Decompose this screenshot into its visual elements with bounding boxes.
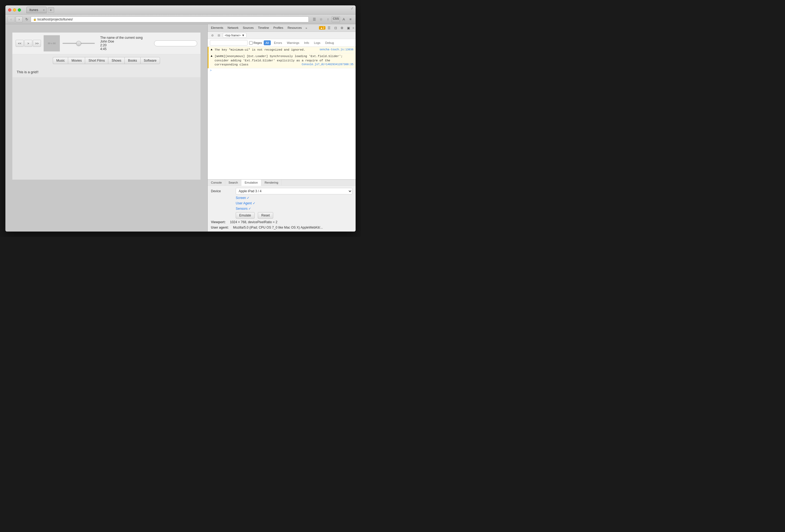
filter-logs[interactable]: Logs: [312, 41, 322, 45]
buttons-row: Emulate Reset: [211, 212, 352, 219]
tab-short-films[interactable]: Short Films: [85, 57, 108, 64]
dt-filter-icon[interactable]: ⊟: [216, 33, 221, 38]
tab-movies[interactable]: Movies: [68, 57, 85, 64]
device-row: Device Apple iPad 3 / 4: [211, 188, 352, 194]
bookmarks-icon[interactable]: ☰: [311, 17, 317, 22]
filter-warnings[interactable]: Warnings: [285, 41, 301, 45]
regex-text: Regex: [253, 41, 262, 45]
frame-dropdown-icon: ▼: [242, 34, 245, 37]
refresh-button[interactable]: ↻: [24, 17, 30, 22]
dt-tab-resources[interactable]: Resources: [285, 25, 304, 31]
slider-track: [62, 43, 95, 44]
tab-bar: Itunes × +: [26, 7, 54, 13]
extensions-icon[interactable]: A: [341, 17, 347, 22]
dt-clear-icon[interactable]: ⊘: [210, 33, 215, 38]
maximize-button[interactable]: [18, 8, 21, 11]
console-filter-bar: Regex All Errors Warnings Info Logs Debu…: [208, 39, 356, 47]
filter-debug[interactable]: Debug: [324, 41, 335, 45]
console-filter-input[interactable]: [210, 40, 248, 46]
dt-tabs-more[interactable]: »: [304, 25, 309, 31]
tab-software[interactable]: Software: [141, 57, 160, 64]
console-link-2[interactable]: Console.js?_dc=14029341267300:35: [302, 63, 353, 66]
player-bar: << > >> 99 x 80: [12, 33, 200, 54]
dt-actions: ▲2 ☰ ⊡ ⚙ ▣ ×: [319, 25, 355, 31]
device-label: Device: [211, 189, 232, 193]
dt-tab-profiles[interactable]: Profiles: [271, 25, 285, 31]
filter-all[interactable]: All: [264, 41, 271, 45]
viewport-value: 1024 × 768, devicePixelRatio = 2: [230, 220, 277, 224]
bottom-tab-rendering[interactable]: Rendering: [261, 180, 282, 186]
song-info: The name of the current song John Doe 2:…: [100, 36, 151, 51]
dt-screen-icon[interactable]: ⊡: [333, 25, 338, 31]
url-bar[interactable]: 🔒 localhost/projects/itunes/: [31, 17, 309, 22]
viewport-row: Viewport: 1024 × 768, devicePixelRatio =…: [211, 220, 352, 224]
star-icon[interactable]: ☆: [318, 17, 324, 22]
share-icon[interactable]: ↑: [325, 17, 331, 22]
nav-tabs: Music Movies Short Films Shows Books Sof…: [12, 54, 200, 67]
new-tab-button[interactable]: +: [48, 7, 54, 12]
song-time: 2:20 4:45: [100, 43, 151, 51]
reset-button[interactable]: Reset: [258, 212, 273, 219]
sensors-row: Sensors: [211, 207, 352, 211]
close-button[interactable]: [8, 8, 11, 11]
album-art: 99 x 80: [44, 35, 60, 51]
browser-tab[interactable]: Itunes ×: [26, 7, 47, 13]
song-artist: John Doe: [100, 39, 151, 43]
bottom-tab-emulation[interactable]: Emulation: [242, 180, 261, 186]
dt-list-icon[interactable]: ☰: [327, 25, 332, 31]
dt-tab-timeline[interactable]: Timeline: [256, 25, 271, 31]
warning-badge: ▲2: [319, 26, 325, 30]
tab-shows[interactable]: Shows: [108, 57, 124, 64]
minimize-button[interactable]: [13, 8, 16, 11]
prev-button[interactable]: <<: [16, 40, 24, 47]
filter-info[interactable]: Info: [303, 41, 311, 45]
dt-tab-sources[interactable]: Sources: [240, 25, 256, 31]
emulate-button[interactable]: Emulate: [236, 212, 255, 219]
bottom-tab-search[interactable]: Search: [225, 180, 242, 186]
title-bar: Itunes × + ⤢: [5, 5, 356, 15]
time-total: 4:45: [100, 47, 106, 51]
toolbar-actions: ☰ ☆ ↑ CSS A ≡: [311, 17, 353, 22]
forward-button[interactable]: ›: [16, 17, 23, 22]
song-title: The name of the current song: [100, 36, 151, 39]
devtools-tabs: Elements Network Sources Timeline Profil…: [208, 24, 356, 32]
ua-row: User agent: Mozilla/5.0 (iPad; CPU OS 7_…: [211, 225, 352, 230]
tab-music[interactable]: Music: [53, 57, 68, 64]
user-agent-link[interactable]: User Agent: [236, 202, 255, 205]
frame-selector[interactable]: <top frame> ▼: [223, 33, 247, 38]
useragent-row: User Agent: [211, 202, 352, 205]
regex-checkbox[interactable]: [249, 41, 253, 45]
back-button[interactable]: ‹: [7, 17, 15, 22]
css-badge[interactable]: CSS: [332, 17, 340, 22]
dt-toolbar: ⊘ ⊟ <top frame> ▼: [208, 32, 356, 39]
console-link-1[interactable]: sencha-touch.js:13036: [320, 48, 353, 52]
search-input[interactable]: [154, 41, 197, 46]
tab-close-icon[interactable]: ×: [43, 8, 45, 11]
console-text-1: The key "minimum-ui" is not recognized a…: [215, 48, 353, 52]
browser-window: Itunes × + ⤢ ‹ › ↻ 🔒 localhost/projects/…: [5, 5, 356, 232]
tab-books[interactable]: Books: [124, 57, 140, 64]
dt-dock-icon[interactable]: ▣: [346, 25, 351, 31]
slider-thumb[interactable]: [76, 41, 81, 46]
url-favicon: 🔒: [33, 18, 36, 21]
next-button[interactable]: >>: [33, 40, 41, 47]
volume-slider[interactable]: [62, 41, 95, 46]
play-button[interactable]: >: [24, 40, 32, 47]
regex-label[interactable]: Regex: [249, 41, 262, 45]
album-art-label: 99 x 80: [48, 42, 56, 45]
bottom-tab-console[interactable]: Console: [208, 180, 225, 186]
dt-settings-icon[interactable]: ⚙: [339, 25, 345, 31]
console-entry-1: ▲ The key "minimum-ui" is not recognized…: [208, 47, 356, 53]
dt-close-button[interactable]: ×: [352, 26, 355, 30]
filter-errors[interactable]: Errors: [272, 41, 284, 45]
dt-tab-network[interactable]: Network: [226, 25, 240, 31]
sensors-link[interactable]: Sensors: [236, 207, 251, 211]
devtools-panel: Elements Network Sources Timeline Profil…: [207, 24, 356, 232]
viewport-label: Viewport:: [211, 220, 226, 224]
frame-label: <top frame>: [225, 34, 240, 37]
dt-tab-elements[interactable]: Elements: [209, 25, 226, 31]
menu-icon[interactable]: ≡: [348, 17, 353, 22]
screen-link[interactable]: Screen: [236, 196, 250, 200]
device-select[interactable]: Apple iPad 3 / 4: [236, 188, 352, 194]
toolbar: ‹ › ↻ 🔒 localhost/projects/itunes/ ☰ ☆ ↑…: [5, 15, 356, 24]
